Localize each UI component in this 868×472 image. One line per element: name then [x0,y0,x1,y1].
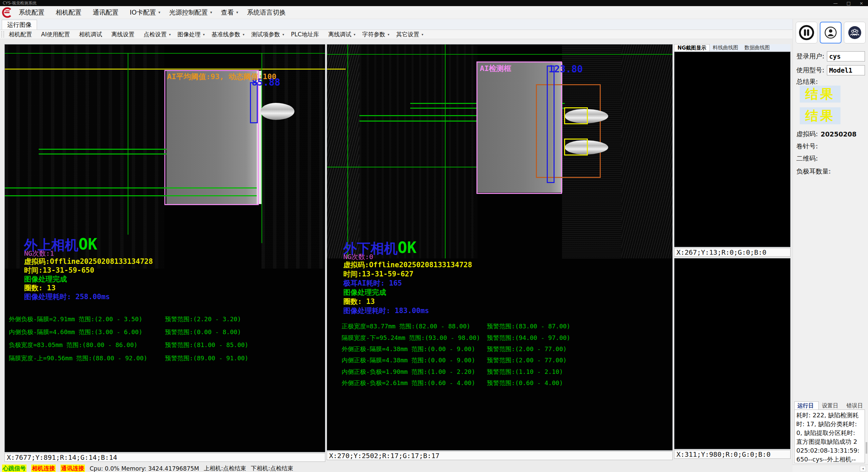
cpu-memory-readout: Cpu: 0.0% Memory: 3424.41796875M [90,465,199,472]
login-user-field[interactable] [827,51,865,61]
app-window: { "window": { "title": "CYS-视觉检测系统", "co… [0,0,868,472]
lower-camera-panel: AI检测框 123.80 外下相机OK NG次数:0 [327,44,673,472]
camera-info-line: 时间:13-31-59-650 [24,266,94,275]
negative-tab-count-label: 负极耳数量: [796,167,831,176]
minimize-icon[interactable]: — [833,1,838,6]
toolbar-offline-settings[interactable]: 离线设置 [108,31,140,38]
upper-camera-image[interactable]: 85.88 AI平均阈值:93, 动态阈值:100 外上相机OK NG次数:1 … [4,44,325,452]
chevron-down-icon: ▾ [210,10,212,15]
chevron-down-icon: ▾ [387,33,389,36]
chevron-down-icon: ▾ [169,33,171,36]
toolbar-baseline-params[interactable]: 基准线参数▾ [208,31,248,38]
camera-info-line: 图像处理完成 [24,274,67,284]
reference-line [327,54,673,55]
qrcode-label: 二维码: [796,154,818,163]
measure-line [359,121,477,122]
ng-thumb1-coords: X:267;Y:13;R:0;G:0;B:0 [674,248,791,257]
roi-rect-pink [164,70,259,205]
camera-info-line: 圈数: 13 [24,283,56,293]
app-logo-icon [1,7,13,18]
tab-data-curve[interactable]: 数据曲线图 [741,44,773,51]
menu-item-system-config[interactable]: 系统配置 [14,6,51,19]
measure-line [39,149,166,150]
toolbar-camera-debug[interactable]: 相机调试 [76,31,108,38]
toolbar-plc-address[interactable]: PLC地址库 [288,31,325,38]
reference-line [347,44,348,258]
camera-connection-status: 相机连接 [31,465,56,472]
menu-item-light-config[interactable]: 光源控制配置▾ [165,6,217,19]
negative-tab-count-row: 负极耳数量: [796,167,833,176]
roi-rect-blue [547,66,555,183]
tab-run-image[interactable]: 运行图像 [2,20,37,30]
toolbar-camera-config[interactable]: 相机配置 [5,31,38,38]
winding-pin-label: 卷针号: [796,142,818,151]
toolbar-char-params[interactable]: 字符参数▾ [359,31,393,38]
toolbar-grip-handle[interactable] [1,31,4,37]
toolbar-image-processing[interactable]: 图像处理▾ [174,31,208,38]
pause-icon [798,24,815,41]
camera-info-line: 虚拟码:Offline20250208133134728 [24,257,153,266]
log-scrollbar[interactable] [865,410,868,463]
comm-connection-status: 通讯连接 [60,465,85,472]
menu-item-comm-config[interactable]: 通讯配置 [88,6,125,19]
camera-status-ok: OK [78,235,97,253]
model-row: 使用型号: [796,65,865,75]
reference-line [445,44,446,258]
result-box-upper: 结果 [800,86,840,103]
toolbar-spot-check[interactable]: 点检设置▾ [140,31,174,38]
user-icon [823,25,838,40]
tab-line-curve[interactable]: 料线曲线图 [710,44,741,51]
users-icon [847,24,863,41]
roi-rect-blue [250,82,258,123]
camera-info-line: 图像处理耗时: 183.00ms [343,306,429,315]
total-result-label: 总结果: [796,77,818,86]
virtual-code-value: 20250208 [820,130,856,138]
chevron-down-icon: ▾ [203,33,205,36]
close-icon[interactable]: × [860,1,863,6]
model-field[interactable] [827,65,865,75]
scroll-corner[interactable]: ◂ [860,466,866,471]
tab-ng-screenshot[interactable]: NG截图显示 [674,44,710,51]
toolbar-test-item-params[interactable]: 测试项参数▾ [248,31,288,38]
upper-camera-check-status: 上相机:点检结束 [204,465,246,472]
virtual-code-label: 虚拟码: [796,130,818,139]
camera-result-title: 外下相机OK NG次数:0 [343,240,416,260]
function-toolbar: 相机配置 AI使用配置 相机调试 离线设置 点检设置▾ 图像处理▾ 基准线参数▾… [0,30,793,39]
window-controls: — □ × [833,1,865,6]
roi-rect-yellow [564,139,588,156]
toolbar-offline-debug[interactable]: 离线调试▾ [325,31,359,38]
ng-view-column: NG截图显示 料线曲线图 数据曲线图 [674,44,791,472]
total-result-row: 总结果: [796,77,818,86]
chevron-down-icon: ▾ [421,33,423,36]
ng-thumbnail-upper[interactable]: 85.88 AI平均阈值:93, 动态阈值:100 外上相机OK NG次数:1 … [674,52,791,247]
menu-bar: 系统配置 相机配置 通讯配置 IO卡配置▾ 光源控制配置▾ 查看▾ 系统语言切换 [0,6,868,19]
toolbar-ai-usage-config[interactable]: AI使用配置 [38,31,76,38]
chevron-down-icon: ▾ [236,10,238,15]
baseline-yellow [5,69,325,70]
content-area: 运行图像 相机配置 AI使用配置 相机调试 离线设置 点检设置▾ 图像处理▾ 基… [0,19,868,465]
menu-item-language-switch[interactable]: 系统语言切换 [242,6,292,19]
login-user-label: 登录用户: [796,52,824,61]
multi-user-button[interactable] [844,22,866,43]
lower-camera-image[interactable]: AI检测框 123.80 外下相机OK NG次数:0 [327,44,673,451]
toolbar-other-settings[interactable]: 其它设置▾ [393,31,427,38]
virtual-code-row: 虚拟码: 20250208 [796,130,856,139]
menu-item-view[interactable]: 查看▾ [217,6,243,19]
roi-value: 123.80 [548,63,583,75]
winding-pin-row: 卷针号: [796,142,820,151]
texture-band [327,44,359,258]
maximize-icon[interactable]: □ [847,1,851,6]
upper-camera-panel: 85.88 AI平均阈值:93, 动态阈值:100 外上相机OK NG次数:1 … [4,44,325,472]
upper-camera-coords: X:7677;Y:891;R:14;G:14;B:14 [4,453,325,462]
menu-item-camera-config[interactable]: 相机配置 [51,6,88,19]
measure-line [327,167,477,167]
single-user-button[interactable] [820,22,842,43]
ng-thumb2-coords: X:311;Y:980;R:0;G:0;B:0 [674,450,791,459]
ng-view-tabs: NG截图显示 料线曲线图 数据曲线图 [674,44,791,52]
camera-info-line: 虚拟码:Offline20250208133134728 [343,260,472,270]
model-label: 使用型号: [796,66,824,75]
pause-button[interactable] [796,22,817,43]
ng-thumbnail-lower[interactable]: AI检测框 123.80 外下相机OK NG次数:0 [674,258,791,449]
menu-item-io-config[interactable]: IO卡配置▾ [125,6,165,19]
reference-line [5,53,325,54]
